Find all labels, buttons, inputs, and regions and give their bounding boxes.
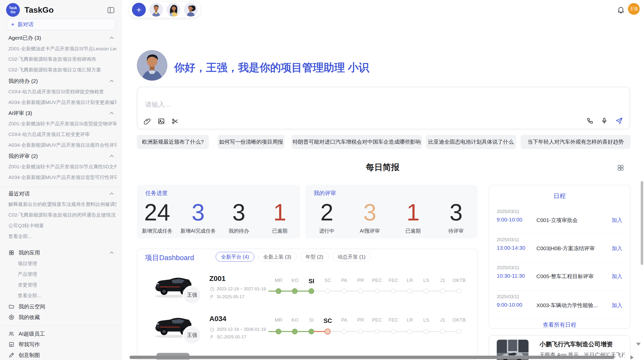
sidebar-item-project-mgmt[interactable]: 项目管理	[18, 258, 116, 269]
scroll-down-arrow[interactable]	[636, 343, 641, 346]
notification-bell-icon[interactable]	[617, 6, 625, 14]
join-meeting-link[interactable]: 加入	[612, 217, 622, 224]
user-avatar[interactable]: 王强	[628, 3, 640, 15]
sidebar-item-view-all[interactable]: 查看全部...	[8, 231, 116, 242]
image-icon[interactable]	[158, 118, 165, 125]
phone-icon[interactable]	[587, 117, 594, 124]
chevron-up-icon[interactable]	[109, 35, 114, 41]
scroll-right-arrow[interactable]	[631, 355, 634, 359]
avatar[interactable]	[149, 3, 163, 17]
sidebar-item[interactable]: Z001-全新燃油轻卡产品开发项目SI节点属性5D文件评审	[8, 161, 116, 172]
sidebar-item[interactable]: C02-飞腾新能源轻客改款项目立项汇报方案	[8, 65, 116, 75]
sidebar-item-my-apps[interactable]: 我的应用	[8, 247, 116, 258]
suggestion-chip[interactable]: 比亚迪全固态电池计划具体说了什么	[426, 135, 516, 149]
milestone-dot[interactable]	[358, 329, 363, 334]
sidebar-item-cloud-space[interactable]: 我的云空间	[8, 301, 116, 312]
sidebar-item[interactable]: C0X4-动力总成开发项目SI里程碑提交物检查	[8, 86, 116, 97]
milestone-dot[interactable]	[423, 289, 429, 294]
milestone-dot[interactable]	[407, 329, 412, 334]
layout-grid-icon[interactable]	[617, 164, 624, 172]
sidebar-item[interactable]: Z001-全新燃油皮卡产品开发项目SI节点Lesson Learn报告	[8, 43, 116, 54]
avatar[interactable]	[167, 3, 180, 17]
suggestion-chip[interactable]: 特朗普可能对进口汽车增税会对中国车企造成哪些影响	[291, 135, 422, 149]
vertical-scrollbar[interactable]	[641, 181, 643, 265]
suggestion-chip[interactable]: 如何写一份清晰的项目周报	[217, 135, 285, 149]
suggestion-chip[interactable]: 当下年轻人对汽车外观有怎样的喜好趋势	[521, 135, 631, 149]
horizontal-scrollbar[interactable]	[129, 356, 614, 359]
milestone-dot-done[interactable]	[276, 288, 281, 294]
attachment-icon[interactable]	[144, 118, 151, 125]
sidebar-section-header-recent[interactable]: 最近对话	[8, 188, 116, 199]
microphone-icon[interactable]	[601, 117, 608, 124]
new-chat-button[interactable]: + 新对话	[7, 19, 115, 30]
milestone-dot[interactable]	[325, 289, 330, 294]
milestone-dot[interactable]	[440, 289, 445, 294]
milestone-dot-done[interactable]	[276, 329, 281, 334]
milestone-dot[interactable]	[456, 289, 461, 294]
sidebar-item[interactable]: A034-全新新能源MUV产品开发项目造型可行性评审	[8, 172, 116, 183]
scissors-icon[interactable]	[171, 118, 179, 125]
milestone-dot[interactable]	[391, 329, 396, 334]
sidebar-item-view-all-apps[interactable]: 查看全部...	[18, 290, 116, 301]
sidebar-item[interactable]: 解释最新出台的欧盟报废车法规再生塑料比例被调至15%...	[8, 199, 116, 210]
milestone-dot[interactable]	[374, 329, 379, 334]
join-meeting-link[interactable]: 加入	[612, 245, 622, 252]
milestone-dot-done[interactable]	[292, 329, 298, 334]
tab-year-model[interactable]: 年型 (2)	[300, 252, 329, 262]
sidebar-item-write-helper[interactable]: 帮我写作	[8, 339, 116, 350]
sidebar-item[interactable]: C02-飞腾新能源轻客改款项目的闭环通告反馈情况	[8, 210, 116, 220]
join-meeting-link[interactable]: 加入	[612, 302, 622, 309]
milestone-dot-done[interactable]	[292, 288, 298, 294]
milestone-dot-done[interactable]	[309, 329, 314, 334]
milestone-dot[interactable]	[407, 289, 412, 294]
sidebar-section-header-ai-review[interactable]: AI评审 (3)	[8, 108, 116, 118]
sidebar-item[interactable]: C0X4-动力总成开发项目工程变更评审	[8, 129, 116, 140]
tab-all-new-body[interactable]: 全新上装 (3)	[258, 252, 297, 262]
chevron-up-icon[interactable]	[109, 110, 114, 116]
sidebar-item[interactable]: C02-飞腾新能源轻客改款项目里程碑画布	[8, 54, 116, 65]
milestone-dot-overdue[interactable]	[325, 328, 331, 335]
news-title[interactable]: 小鹏飞行汽车制造公司增资	[539, 340, 613, 348]
avatar[interactable]	[184, 3, 198, 17]
chevron-up-icon[interactable]	[109, 78, 114, 84]
sidebar-item-creative-draw[interactable]: 创意制图	[8, 350, 116, 360]
sidebar-item[interactable]: Z001-全新燃油轻卡产品开发项目SI造型提交物评审	[8, 118, 116, 129]
chat-input[interactable]	[144, 100, 450, 109]
milestone-dot[interactable]	[423, 329, 429, 334]
chevron-up-icon[interactable]	[109, 191, 114, 197]
sidebar-item[interactable]: 公司Q3轻卡销量	[8, 220, 116, 231]
chevron-up-icon[interactable]	[109, 153, 114, 159]
milestone-dot[interactable]	[391, 289, 396, 294]
suggestion-chip[interactable]: 欧洲新规最近颁布了什么?	[137, 135, 209, 149]
milestone-dot[interactable]	[358, 289, 363, 294]
tab-all-new-platform[interactable]: 全新平台 (4)	[216, 252, 254, 262]
sidebar-section-header-my-todo[interactable]: 我的待办 (2)	[8, 76, 116, 86]
metric-value: 3	[348, 201, 391, 224]
milestone-track-progress	[268, 291, 311, 292]
plus-icon: +	[11, 21, 14, 27]
sidebar-item-ai-staff[interactable]: AI超级员工	[8, 328, 116, 339]
sidebar-item[interactable]: A034-全新新能源MUV产品开发项目计划变更表编写	[8, 97, 116, 108]
folder-icon	[8, 304, 14, 310]
metric-label: 待评审	[429, 228, 483, 234]
milestone-dot[interactable]	[456, 329, 461, 334]
milestone-dot[interactable]	[440, 329, 445, 334]
sidebar-item-favorites[interactable]: 我的收藏	[8, 312, 116, 323]
milestone-dot[interactable]	[374, 289, 379, 294]
sidebar-item-change-mgmt[interactable]: 变更管理	[18, 280, 116, 290]
send-icon[interactable]	[615, 117, 623, 125]
chevron-up-icon[interactable]	[109, 250, 114, 256]
view-all-schedule-link[interactable]: 查看所有日程	[489, 321, 630, 329]
sidebar: TaskGo TaskGo + 新对话 Agent已办 (3) Z001-全新燃…	[0, 0, 121, 360]
sidebar-item[interactable]: A034-全新新能源MUV产品开发项目法规符合性评审	[8, 140, 116, 151]
milestone-dot[interactable]	[342, 329, 347, 334]
sidebar-section-header-my-review[interactable]: 我的评审 (2)	[8, 151, 116, 161]
milestone-dot-done[interactable]	[309, 288, 314, 294]
sidebar-collapse-icon[interactable]	[107, 6, 115, 14]
milestone-dot[interactable]	[342, 289, 347, 294]
sidebar-section-header-agent-done[interactable]: Agent已办 (3)	[8, 33, 116, 43]
sidebar-item-product-mgmt[interactable]: 产品管理	[18, 269, 116, 280]
tab-powertrain[interactable]: 动总开发 (1)	[332, 252, 371, 262]
add-session-button[interactable]: +	[132, 3, 146, 17]
join-meeting-link[interactable]: 加入	[612, 273, 622, 280]
